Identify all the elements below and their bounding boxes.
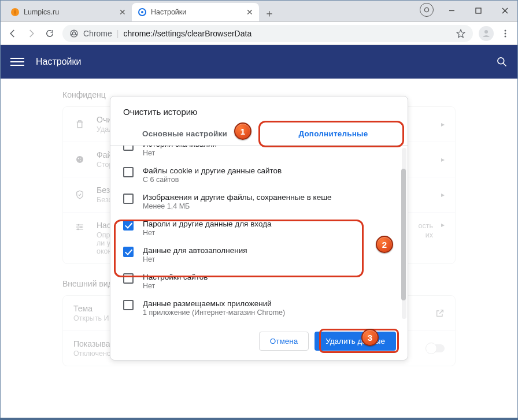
svg-point-15 [505, 32, 506, 34]
option-subtitle: Нет [143, 255, 247, 263]
clear-history-dialog: Очистить историю Основные настройки Допо… [110, 96, 408, 360]
option-title: Настройки сайтов [143, 273, 208, 281]
checkbox[interactable] [123, 300, 134, 310]
annotation-marker-2: 2 [376, 236, 393, 253]
window-border-bottom [0, 418, 518, 420]
maximize-button[interactable] [465, 0, 491, 21]
lumpics-favicon [10, 8, 20, 17]
window-controls [420, 0, 518, 21]
profile-avatar[interactable] [479, 26, 494, 41]
clear-option[interactable]: Пароли и другие данные для входаНет [110, 215, 408, 241]
option-title: Данные размещаемых приложений [143, 299, 285, 308]
close-icon[interactable]: ✕ [246, 8, 253, 17]
option-subtitle: Нет [143, 229, 272, 237]
option-title: Данные для автозаполнения [143, 246, 247, 255]
annotation-marker-3: 3 [361, 329, 379, 346]
svg-line-18 [504, 64, 506, 66]
chrome-icon [69, 29, 79, 38]
search-icon[interactable] [496, 56, 508, 68]
clear-option[interactable]: Данные размещаемых приложений1 приложени… [110, 295, 408, 321]
address-bar[interactable]: Chrome | chrome://settings/clearBrowserD… [62, 25, 473, 42]
option-title: Пароли и другие данные для входа [143, 220, 272, 228]
svg-point-2 [141, 11, 143, 13]
option-subtitle: С 6 сайтов [143, 176, 282, 184]
option-subtitle: 1 приложение (Интернет-магазин Chrome) [143, 309, 285, 317]
svg-point-13 [484, 30, 488, 34]
browser-tab-settings[interactable]: Настройки ✕ [132, 3, 259, 21]
settings-header: Настройки [0, 45, 518, 79]
svg-point-16 [505, 35, 506, 37]
option-title: Файлы cookie и другие данные сайтов [143, 166, 282, 175]
settings-favicon [138, 8, 147, 17]
dialog-scrollbar[interactable] [402, 148, 406, 319]
minimize-button[interactable] [438, 0, 465, 21]
svg-point-14 [505, 29, 506, 31]
browser-toolbar: Chrome | chrome://settings/clearBrowserD… [0, 22, 518, 45]
close-icon[interactable]: ✕ [119, 8, 126, 17]
url-path: chrome://settings/clearBrowserData [123, 29, 251, 38]
tab-title: Настройки [151, 8, 246, 16]
clear-option[interactable]: История скачиванийНет [110, 146, 408, 162]
reload-button[interactable] [40, 24, 59, 43]
clear-option[interactable]: Настройки сайтовНет [110, 268, 408, 295]
window-close-button[interactable] [491, 0, 518, 21]
profile-indicator-icon[interactable] [420, 3, 434, 17]
checkbox[interactable] [123, 273, 134, 284]
checkbox[interactable] [123, 247, 134, 257]
url-scheme-label: Chrome [83, 29, 112, 38]
clear-option[interactable]: Файлы cookie и другие данные сайтовС 6 с… [110, 162, 408, 188]
scrollbar-thumb[interactable] [401, 169, 406, 300]
checkbox[interactable] [123, 194, 134, 204]
tab-title: Lumpics.ru [24, 8, 119, 16]
forward-button[interactable] [22, 24, 40, 43]
svg-rect-5 [476, 8, 481, 13]
new-tab-button[interactable]: ＋ [261, 5, 278, 21]
back-button[interactable] [3, 24, 22, 43]
clear-option[interactable]: Данные для автозаполненияНет [110, 241, 408, 268]
dialog-tabs: Основные настройки Дополнительные [110, 122, 408, 146]
option-subtitle: Нет [143, 149, 217, 157]
dialog-body: История скачиванийНетФайлы cookie и друг… [110, 146, 408, 322]
annotation-marker-1: 1 [234, 122, 251, 140]
option-subtitle: Менее 1,4 МБ [143, 202, 332, 210]
hamburger-icon[interactable] [10, 58, 24, 66]
svg-point-17 [498, 58, 504, 64]
svg-point-9 [72, 32, 75, 35]
menu-button[interactable] [496, 24, 515, 43]
delete-data-button[interactable]: Удалить данные [314, 332, 396, 351]
svg-point-3 [424, 8, 428, 12]
checkbox[interactable] [123, 167, 134, 177]
clear-option[interactable]: Изображения и другие файлы, сохраненные … [110, 188, 408, 215]
option-title: Изображения и другие файлы, сохраненные … [143, 193, 332, 202]
checkbox[interactable] [123, 220, 134, 231]
titlebar: Lumpics.ru ✕ Настройки ✕ ＋ [0, 0, 518, 22]
option-title: История скачиваний [143, 146, 217, 148]
option-subtitle: Нет [143, 282, 208, 290]
bookmark-star-icon[interactable] [456, 28, 466, 39]
page-title: Настройки [36, 57, 496, 67]
cancel-button[interactable]: Отмена [259, 332, 309, 351]
browser-tab-lumpics[interactable]: Lumpics.ru ✕ [5, 3, 132, 21]
dialog-title: Очистить историю [110, 96, 408, 122]
tab-advanced[interactable]: Дополнительные [259, 122, 408, 145]
checkbox[interactable] [123, 146, 134, 151]
